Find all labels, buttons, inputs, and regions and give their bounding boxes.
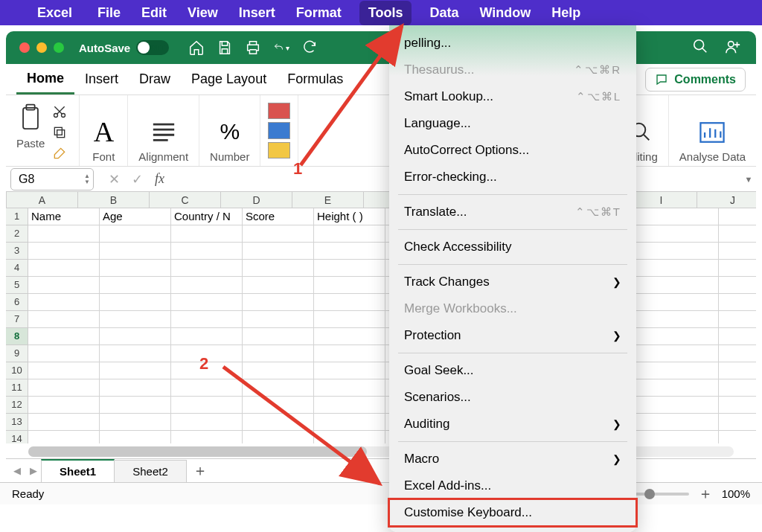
menu-item[interactable]: Smart Lookup...⌃⌥⌘L <box>389 83 636 110</box>
row-header[interactable]: 3 <box>6 243 28 260</box>
menu-item[interactable]: Translate...⌃⌥⌘T <box>389 199 636 225</box>
menu-item[interactable]: Auditing❯ <box>389 411 636 438</box>
cell[interactable] <box>719 362 756 379</box>
cell[interactable] <box>314 379 385 397</box>
cell[interactable] <box>171 311 243 328</box>
cell[interactable] <box>243 379 314 397</box>
cell[interactable] <box>171 225 243 243</box>
cell[interactable] <box>243 277 314 294</box>
cell[interactable] <box>647 208 719 225</box>
cell[interactable] <box>719 208 756 225</box>
font-icon[interactable]: A <box>90 116 117 147</box>
menu-item[interactable]: Protection❯ <box>389 322 636 349</box>
cell[interactable] <box>243 225 314 243</box>
cell[interactable] <box>647 294 719 311</box>
cell[interactable] <box>243 328 314 345</box>
row-header[interactable]: 8 <box>6 328 28 345</box>
cell[interactable] <box>100 397 171 414</box>
minimize-window-button[interactable] <box>36 42 47 53</box>
menu-item[interactable]: Excel Add-ins... <box>389 472 636 499</box>
cell[interactable] <box>647 379 719 397</box>
menu-item[interactable]: Error-checking... <box>389 164 636 190</box>
cell[interactable] <box>314 397 385 414</box>
menu-item[interactable]: Scenarios... <box>389 384 636 411</box>
cell[interactable] <box>314 277 385 294</box>
cell[interactable] <box>647 311 719 328</box>
row-header[interactable]: 2 <box>6 225 28 243</box>
cell[interactable]: Country / N <box>171 208 243 225</box>
cell[interactable] <box>243 397 314 414</box>
cell[interactable] <box>647 243 719 260</box>
cell[interactable] <box>100 431 171 443</box>
cell[interactable] <box>100 294 171 311</box>
sheet-next-icon[interactable]: ▶ <box>25 465 42 476</box>
cell[interactable] <box>647 362 719 379</box>
cell[interactable]: Name <box>28 208 100 225</box>
cell[interactable] <box>100 243 171 260</box>
cell[interactable] <box>314 431 385 443</box>
cell[interactable] <box>243 431 314 443</box>
cell[interactable] <box>171 379 243 397</box>
cell[interactable]: Score <box>243 208 314 225</box>
cell[interactable] <box>647 414 719 431</box>
style-swatch-red[interactable] <box>268 103 290 119</box>
row-header[interactable]: 5 <box>6 277 28 294</box>
name-box[interactable]: G8▲▼ <box>10 168 94 190</box>
cell[interactable] <box>314 345 385 362</box>
menu-insert[interactable]: Insert <box>239 5 275 21</box>
cell[interactable] <box>719 294 756 311</box>
row-header[interactable]: 4 <box>6 260 28 277</box>
row-header[interactable]: 6 <box>6 294 28 311</box>
cell[interactable] <box>100 362 171 379</box>
cell[interactable] <box>28 345 100 362</box>
cell[interactable] <box>28 328 100 345</box>
sheet-tab-1[interactable]: Sheet1 <box>41 459 115 482</box>
col-I[interactable]: I <box>626 192 697 208</box>
col-E[interactable]: E <box>292 192 364 208</box>
cell[interactable] <box>28 311 100 328</box>
cell[interactable] <box>647 328 719 345</box>
print-icon[interactable] <box>245 39 261 56</box>
number-icon[interactable]: % <box>217 116 243 147</box>
cell[interactable] <box>647 225 719 243</box>
cell[interactable] <box>719 243 756 260</box>
col-J[interactable]: J <box>697 192 762 208</box>
row-header[interactable]: 11 <box>6 379 28 397</box>
cell[interactable] <box>171 243 243 260</box>
cell[interactable] <box>171 414 243 431</box>
cell[interactable] <box>647 431 719 443</box>
tab-formulas[interactable]: Formulas <box>277 65 353 93</box>
row-header[interactable]: 7 <box>6 311 28 328</box>
cell[interactable] <box>243 414 314 431</box>
cell[interactable] <box>647 260 719 277</box>
col-A[interactable]: A <box>7 192 78 208</box>
fx-icon[interactable]: fx <box>155 171 164 187</box>
cell[interactable] <box>100 328 171 345</box>
cell[interactable]: Age <box>100 208 171 225</box>
add-sheet-button[interactable]: ＋ <box>187 461 214 481</box>
cell[interactable] <box>28 260 100 277</box>
redo-icon[interactable] <box>301 39 318 56</box>
menu-item[interactable]: Goal Seek... <box>389 357 636 384</box>
cell[interactable] <box>647 277 719 294</box>
sheet-prev-icon[interactable]: ◀ <box>9 465 25 476</box>
close-window-button[interactable] <box>19 42 30 53</box>
style-swatch-blue[interactable] <box>268 122 290 138</box>
cell[interactable] <box>719 311 756 328</box>
formula-expand-icon[interactable]: ▼ <box>741 175 756 184</box>
cell[interactable] <box>314 225 385 243</box>
share-icon[interactable] <box>725 38 741 58</box>
cell[interactable] <box>314 328 385 345</box>
cell[interactable] <box>28 225 100 243</box>
cell[interactable] <box>314 260 385 277</box>
row-header[interactable]: 12 <box>6 397 28 414</box>
row-header[interactable]: 14 <box>6 431 28 443</box>
cell[interactable] <box>243 311 314 328</box>
row-header[interactable]: 10 <box>6 362 28 379</box>
cell[interactable] <box>28 277 100 294</box>
menu-item[interactable]: Track Changes❯ <box>389 269 636 295</box>
cell[interactable] <box>243 243 314 260</box>
tab-home[interactable]: Home <box>16 65 74 94</box>
cell[interactable] <box>314 362 385 379</box>
cell[interactable] <box>171 362 243 379</box>
